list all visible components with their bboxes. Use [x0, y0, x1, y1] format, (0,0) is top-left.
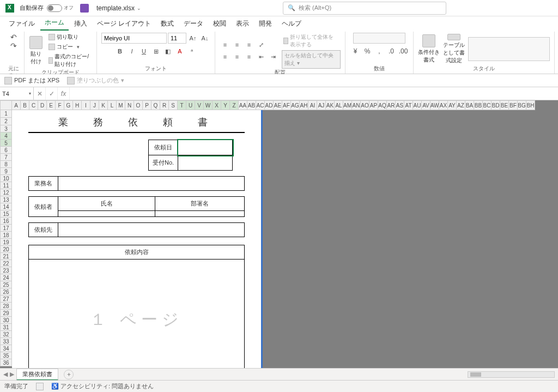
- row-header-13[interactable]: 13: [0, 196, 12, 203]
- cell-styles-gallery[interactable]: [468, 37, 550, 61]
- align-middle-icon[interactable]: ≡: [232, 39, 242, 50]
- col-header-AT[interactable]: AT: [404, 100, 413, 110]
- fill-color-button-2[interactable]: 塗りつぶしの色 ▾: [67, 76, 124, 85]
- destination-cell[interactable]: [58, 223, 245, 237]
- tab-home[interactable]: ホーム: [40, 16, 69, 31]
- row-header-22[interactable]: 22: [0, 260, 12, 267]
- col-header-BE[interactable]: BE: [500, 100, 509, 110]
- sheet-tab[interactable]: 業務依頼書: [16, 369, 58, 381]
- row-header-10[interactable]: 10: [0, 175, 12, 182]
- enter-icon[interactable]: ✓: [46, 87, 58, 100]
- row-header-27[interactable]: 27: [0, 295, 12, 303]
- col-header-T[interactable]: T: [178, 100, 186, 110]
- tab-data[interactable]: データ: [179, 17, 208, 31]
- col-header-Z[interactable]: Z: [230, 100, 239, 110]
- fx-icon[interactable]: fx: [58, 87, 70, 100]
- increase-decimal-icon[interactable]: .0: [386, 46, 397, 57]
- row-header-3[interactable]: 3: [0, 125, 12, 132]
- worksheet-area[interactable]: ABCDEFGHIJKLMNOPQRSTUVWXYZAAABACADAEAFAG…: [0, 100, 558, 368]
- name-box[interactable]: T4▾: [0, 87, 34, 100]
- row-header-6[interactable]: 6: [0, 147, 12, 154]
- copy-button[interactable]: コピー▾: [47, 43, 92, 51]
- col-header-AG[interactable]: AG: [291, 100, 300, 110]
- filename-chevron-icon[interactable]: ⌄: [137, 5, 141, 11]
- col-header-AM[interactable]: AM: [343, 100, 352, 110]
- tab-view[interactable]: 表示: [232, 17, 253, 31]
- search-box[interactable]: 🔍 検索 (Alt+Q): [283, 2, 446, 15]
- cut-button[interactable]: 切り取り: [47, 33, 92, 41]
- font-size-select[interactable]: [168, 33, 186, 44]
- horizontal-scrollbar[interactable]: [468, 371, 555, 378]
- row-header-1[interactable]: 1: [0, 110, 12, 118]
- increase-font-icon[interactable]: A↑: [187, 33, 198, 44]
- indent-dec-icon[interactable]: ⇤: [256, 51, 266, 62]
- col-header-AD[interactable]: AD: [265, 100, 274, 110]
- col-header-AW[interactable]: AW: [430, 100, 439, 110]
- name-cell[interactable]: [58, 211, 155, 217]
- col-header-A[interactable]: A: [12, 100, 21, 110]
- col-header-AL[interactable]: AL: [335, 100, 343, 110]
- redo-icon[interactable]: ↷: [8, 41, 20, 49]
- col-header-O[interactable]: O: [134, 100, 143, 110]
- autosave-toggle[interactable]: [47, 4, 62, 12]
- col-header-Q[interactable]: Q: [151, 100, 160, 110]
- col-header-X[interactable]: X: [213, 100, 221, 110]
- bold-button[interactable]: B: [114, 46, 125, 57]
- row-header-2[interactable]: 2: [0, 118, 12, 125]
- col-header-BD[interactable]: BD: [492, 100, 500, 110]
- align-top-icon[interactable]: ≡: [220, 39, 231, 50]
- col-header-BH[interactable]: BH: [526, 100, 535, 110]
- row-header-20[interactable]: 20: [0, 246, 12, 253]
- underline-button[interactable]: U: [138, 46, 149, 57]
- row-header-24[interactable]: 24: [0, 274, 12, 281]
- col-header-AB[interactable]: AB: [247, 100, 256, 110]
- row-header-23[interactable]: 23: [0, 267, 12, 274]
- border-button[interactable]: ⊞: [150, 46, 161, 57]
- add-sheet-button[interactable]: ＋: [64, 370, 74, 379]
- col-header-AV[interactable]: AV: [422, 100, 430, 110]
- number-format-select[interactable]: [353, 33, 405, 44]
- col-header-AS[interactable]: AS: [396, 100, 404, 110]
- row-header-4[interactable]: 4: [0, 132, 12, 140]
- col-header-M[interactable]: M: [117, 100, 125, 110]
- row-header-11[interactable]: 11: [0, 182, 12, 189]
- italic-button[interactable]: I: [126, 46, 137, 57]
- row-header-8[interactable]: 8: [0, 161, 12, 168]
- sheet-nav-prev-icon[interactable]: ◀: [3, 371, 8, 378]
- col-header-BA[interactable]: BA: [465, 100, 474, 110]
- wrap-text-button[interactable]: 折り返して全体を表示する: [282, 33, 341, 49]
- row-header-31[interactable]: 31: [0, 324, 12, 331]
- row-header-29[interactable]: 29: [0, 310, 12, 317]
- receipt-no-cell[interactable]: [178, 155, 233, 171]
- col-header-C[interactable]: C: [29, 100, 38, 110]
- col-header-Y[interactable]: Y: [221, 100, 230, 110]
- row-header-32[interactable]: 32: [0, 331, 12, 338]
- align-left-icon[interactable]: ≡: [220, 51, 231, 62]
- percent-button[interactable]: %: [362, 46, 373, 57]
- row-header-7[interactable]: 7: [0, 154, 12, 161]
- col-header-W[interactable]: W: [204, 100, 213, 110]
- formula-input[interactable]: [70, 87, 558, 100]
- col-header-K[interactable]: K: [99, 100, 108, 110]
- row-header-36[interactable]: 36: [0, 359, 12, 366]
- decrease-decimal-icon[interactable]: .00: [398, 46, 409, 57]
- pdf-xps-button[interactable]: PDF または XPS: [4, 76, 59, 85]
- task-name-cell[interactable]: [58, 177, 245, 191]
- col-header-AJ[interactable]: AJ: [317, 100, 326, 110]
- col-header-AX[interactable]: AX: [439, 100, 448, 110]
- row-header-5[interactable]: 5: [0, 140, 12, 147]
- department-cell[interactable]: [155, 211, 245, 217]
- col-header-AE[interactable]: AE: [274, 100, 282, 110]
- col-header-S[interactable]: S: [169, 100, 178, 110]
- conditional-format-button[interactable]: 条件付き書式: [418, 34, 440, 64]
- format-table-button[interactable]: テーブルとして書式設定: [443, 34, 465, 64]
- request-date-cell[interactable]: [178, 140, 233, 155]
- align-bottom-icon[interactable]: ≡: [244, 39, 254, 50]
- row-header-21[interactable]: 21: [0, 253, 12, 260]
- col-header-AF[interactable]: AF: [282, 100, 291, 110]
- col-header-V[interactable]: V: [195, 100, 204, 110]
- col-header-L[interactable]: L: [108, 100, 117, 110]
- row-header-14[interactable]: 14: [0, 203, 12, 210]
- tab-review[interactable]: 校閲: [209, 17, 231, 31]
- tab-page-layout[interactable]: ページ レイアウト: [93, 17, 155, 31]
